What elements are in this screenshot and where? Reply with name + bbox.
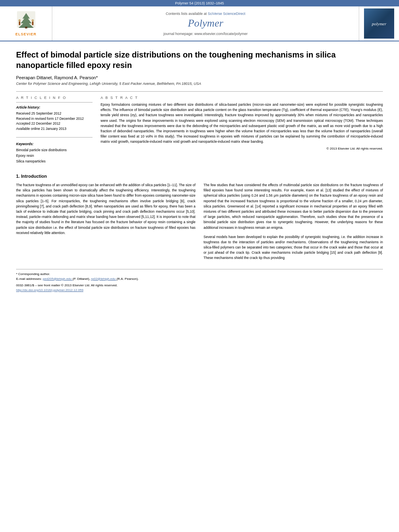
abstract-column: A B S T R A C T Epoxy formulations conta… [101, 96, 383, 164]
svg-rect-5 [19, 21, 20, 25]
banner-text: Polymer 54 (2013) 1832–1845 [175, 1, 224, 5]
elsevier-text: ELSEVIER [15, 32, 37, 36]
article-info-heading: A R T I C L E I N F O [16, 96, 93, 100]
elsevier-tree-icon [14, 11, 38, 31]
journal-badge-area: polymer [359, 6, 399, 41]
journal-header: ELSEVIER Contents lists available at Sci… [0, 6, 399, 41]
polymer-badge-text: polymer [372, 21, 386, 26]
section-1-col1: The fracture toughness of an unmodified … [16, 183, 195, 261]
affiliation: Center for Polymer Science and Engineeri… [16, 82, 383, 86]
abstract-text: Epoxy formulations containing mixtures o… [101, 102, 383, 144]
email-link-1[interactable]: ped205@lehigh.edu [43, 277, 72, 281]
svg-rect-7 [32, 21, 33, 25]
copyright-line: © 2013 Elsevier Ltd. All rights reserved… [101, 147, 383, 150]
keywords-box: Keywords: Bimodal particle size distribu… [16, 142, 93, 164]
svg-point-4 [18, 19, 20, 21]
article-title: Effect of bimodal particle size distribu… [16, 49, 383, 70]
section-1-para1: The fracture toughness of an unmodified … [16, 183, 195, 236]
history-label: Article history: [16, 105, 93, 110]
section-1: 1. Introduction The fracture toughness o… [16, 174, 383, 261]
main-content: Effect of bimodal particle size distribu… [0, 41, 399, 301]
section-1-para3: Several models have been developed to ex… [204, 234, 383, 261]
authors: Peerapan Dittanet, Raymond A. Pearson* [16, 75, 383, 80]
section-1-para2: The few studies that have considered the… [204, 183, 383, 230]
sciverse-line: Contents lists available at SciVerse Sci… [166, 12, 245, 16]
section-1-col2: The few studies that have considered the… [204, 183, 383, 261]
issn-line: 0032-3861/$ – see front matter © 2013 El… [16, 283, 383, 288]
divider-1 [16, 91, 383, 92]
keyword-1: Bimodal particle size distributions [16, 148, 93, 153]
email-2-name: (R.A. Pearson). [117, 277, 139, 281]
abstract-heading: A B S T R A C T [101, 96, 383, 100]
sciverse-link[interactable]: SciVerse ScienceDirect [208, 12, 246, 16]
elsevier-logo: ELSEVIER [14, 11, 38, 36]
doi-link[interactable]: http://dx.doi.org/10.1016/j.polymer.2012… [16, 288, 83, 292]
email-1-name: (P. Dittanet), [72, 277, 91, 281]
keyword-3: Silica nanoparticles [16, 159, 93, 164]
keyword-2: Epoxy resin [16, 153, 93, 159]
received-date: Received 25 September 2012 Received in r… [16, 111, 93, 131]
article-info-column: A R T I C L E I N F O Article history: R… [16, 96, 93, 164]
journal-banner: Polymer 54 (2013) 1832–1845 [0, 0, 399, 6]
elsevier-logo-area: ELSEVIER [0, 6, 52, 41]
section-1-title: 1. Introduction [16, 174, 383, 179]
journal-title-area: Contents lists available at SciVerse Sci… [52, 6, 359, 41]
section-1-columns: The fracture toughness of an unmodified … [16, 183, 383, 261]
corresponding-author: * Corresponding author. [16, 272, 383, 277]
info-abstract-columns: A R T I C L E I N F O Article history: R… [16, 96, 383, 164]
email-link-2[interactable]: rp02@lehigh.edu [91, 277, 116, 281]
article-info-box: Article history: Received 25 September 2… [16, 102, 93, 138]
email-addresses: E-mail addresses: ped205@lehigh.edu (P. … [16, 277, 383, 281]
svg-rect-3 [25, 27, 27, 29]
journal-name: Polymer [188, 17, 223, 29]
doi-line: http://dx.doi.org/10.1016/j.polymer.2012… [16, 288, 383, 293]
polymer-badge: polymer [364, 8, 394, 39]
section-1-heading: Introduction [21, 174, 47, 179]
footnotes-section: * Corresponding author. E-mail addresses… [16, 269, 383, 293]
keywords-label: Keywords: [16, 142, 93, 147]
homepage-line: journal homepage: www.elsevier.com/locat… [163, 32, 248, 36]
svg-point-6 [31, 19, 33, 21]
section-1-number: 1. [16, 174, 20, 179]
